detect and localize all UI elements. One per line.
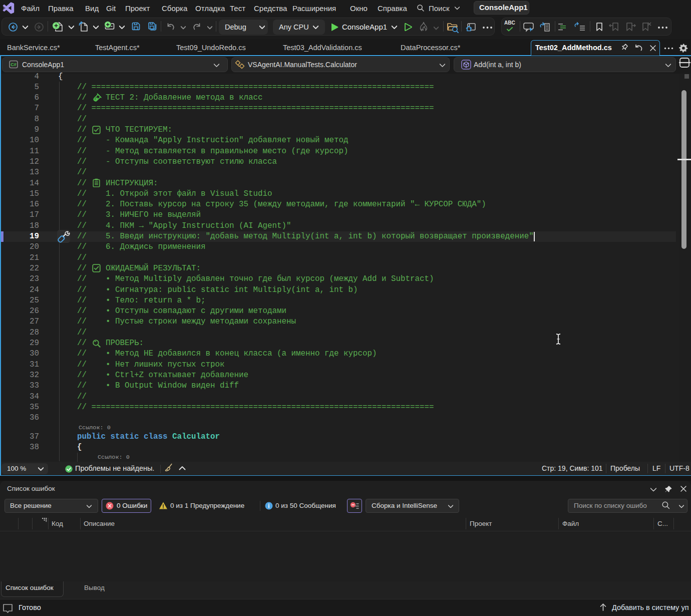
svg-text:C#: C# — [11, 62, 17, 67]
